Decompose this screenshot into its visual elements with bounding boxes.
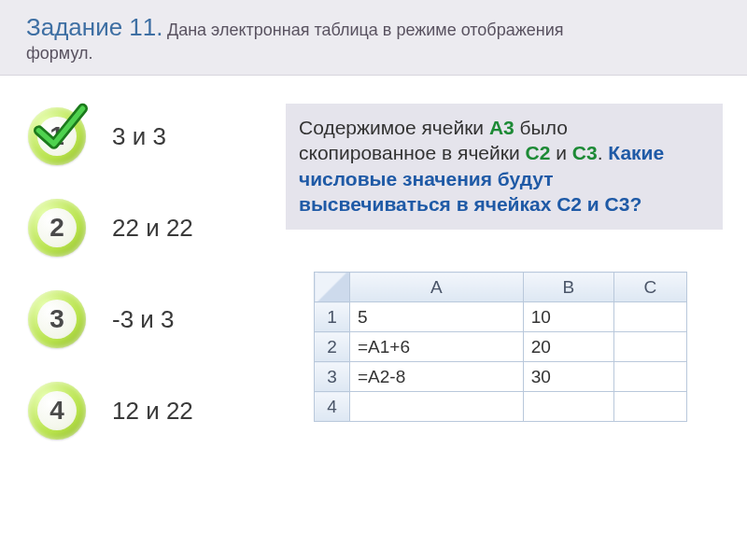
cell[interactable]: 10 [523,302,613,332]
cell[interactable]: =A2-8 [350,362,524,392]
option-number: 3 [28,290,86,348]
cell[interactable] [523,392,613,422]
task-title-rest: Дана электронная таблица в режиме отобра… [167,21,564,39]
option-text: 3 и 3 [112,122,166,151]
option-text: 22 и 22 [112,214,193,243]
option-text: -3 и 3 [112,305,175,334]
q-and: и [550,142,571,163]
option-4[interactable]: 4 12 и 22 [28,365,280,456]
option-text: 12 и 22 [112,397,193,426]
table-row: 3 =A2-8 30 [315,362,687,392]
col-header-b[interactable]: B [523,273,613,302]
q-cell-a3: А3 [489,117,514,138]
option-3[interactable]: 3 -3 и 3 [28,273,280,365]
row-header[interactable]: 4 [315,392,350,422]
option-badge-1: 1 [28,107,86,165]
q-cell-c3: С3 [572,142,598,163]
answer-options: 1 3 и 3 2 22 и 22 3 -3 и 3 [28,91,280,456]
task-title: Задание 11. [26,13,163,41]
row-header[interactable]: 1 [315,302,350,332]
col-header-a[interactable]: A [350,273,524,302]
table-row: 1 5 10 [315,302,687,332]
option-badge-3: 3 [28,290,86,348]
table-row: 4 [315,392,687,422]
spreadsheet: A B C 1 5 10 2 =A1+6 20 3 =A2-8 30 [314,272,687,422]
cell[interactable] [613,332,686,362]
row-header[interactable]: 2 [315,332,350,362]
cell[interactable] [350,392,524,422]
cell[interactable] [613,392,686,422]
option-badge-4: 4 [28,382,86,440]
row-header[interactable]: 3 [315,362,350,392]
option-badge-2: 2 [28,199,86,257]
col-header-c[interactable]: C [613,273,686,302]
cell[interactable]: =A1+6 [350,332,524,362]
header-row: A B C [315,273,687,302]
cell[interactable] [613,362,686,392]
task-header: Задание 11. Дана электронная таблица в р… [0,0,747,76]
question-box: Содержимое ячейки А3 было скопированное … [286,104,723,230]
task-subline: формул. [26,44,721,63]
cell[interactable] [613,302,686,332]
option-number: 4 [28,382,86,440]
cell[interactable]: 30 [523,362,613,392]
q-dot: . [598,142,609,163]
table-row: 2 =A1+6 20 [315,332,687,362]
q-part: Содержимое ячейки [299,117,489,138]
checkmark-icon [34,102,88,156]
cell[interactable]: 20 [523,332,613,362]
option-number: 2 [28,199,86,257]
cell[interactable]: 5 [350,302,524,332]
select-all-corner[interactable] [315,273,350,302]
option-1[interactable]: 1 3 и 3 [28,91,280,182]
q-cell-c2: С2 [526,142,551,163]
option-2[interactable]: 2 22 и 22 [28,182,280,273]
